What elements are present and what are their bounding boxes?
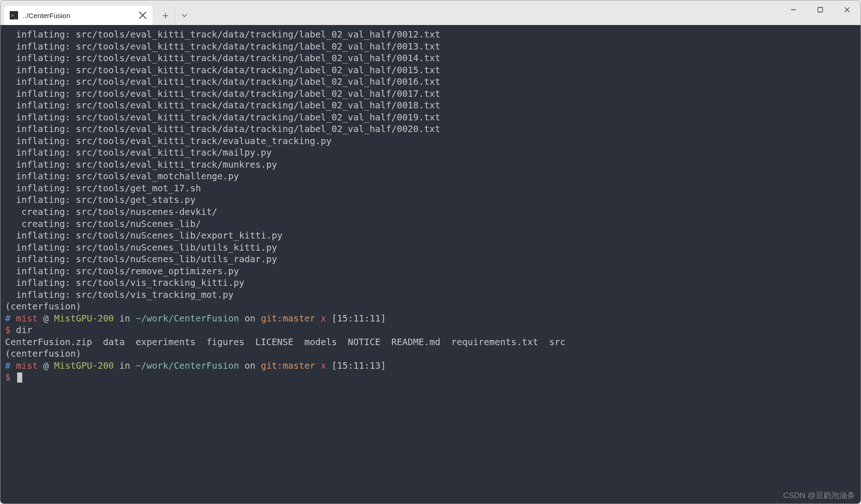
prompt-x: x xyxy=(321,313,326,324)
output-lines: inflating: src/tools/eval_kitti_track/da… xyxy=(5,29,856,301)
new-tab-button[interactable] xyxy=(156,6,175,25)
prompt2-in: in xyxy=(120,360,130,371)
prompt-on: on xyxy=(245,313,255,324)
prompt2-at: @ xyxy=(43,360,49,371)
env-line: (centerfusion) xyxy=(5,301,81,312)
prompt2-git: git:master xyxy=(261,360,315,371)
prompt-at: @ xyxy=(43,313,49,324)
terminal-body[interactable]: inflating: src/tools/eval_kitti_track/da… xyxy=(0,25,861,504)
prompt2-host: MistGPU-200 xyxy=(54,360,114,371)
prompt-path: ~/work/CenterFusion xyxy=(136,313,239,324)
prompt-dollar: $ xyxy=(5,325,11,335)
tab-dropdown-button[interactable] xyxy=(175,6,193,25)
prompt2-time: [15:11:13] xyxy=(332,360,386,371)
cursor xyxy=(17,372,22,383)
svg-rect-0 xyxy=(818,7,823,12)
prompt2-x: x xyxy=(321,360,326,371)
dir-output: CenterFusion.zip data experiments figure… xyxy=(5,337,565,347)
window-controls xyxy=(780,0,861,19)
titlebar: >_ ../CenterFusion xyxy=(0,0,861,25)
prompt-host: MistGPU-200 xyxy=(54,313,114,324)
env-line-2: (centerfusion) xyxy=(5,348,81,359)
minimize-button[interactable] xyxy=(780,0,807,19)
prompt-git: git:master xyxy=(261,313,315,324)
prompt2-on: on xyxy=(245,360,255,371)
tab-title: ../CenterFusion xyxy=(23,12,134,19)
prompt2-dollar: $ xyxy=(5,372,11,383)
prompt2-hash: # xyxy=(5,360,11,371)
command-dir: dir xyxy=(16,325,32,335)
terminal-icon: >_ xyxy=(10,11,18,19)
close-button[interactable] xyxy=(834,0,861,19)
prompt-time: [15:11:11] xyxy=(332,313,386,324)
prompt-in: in xyxy=(120,313,130,324)
prompt2-user: mist xyxy=(16,360,38,371)
prompt-hash: # xyxy=(5,313,11,324)
prompt-user: mist xyxy=(16,313,38,324)
tab-close-button[interactable] xyxy=(139,11,147,19)
watermark: CSDN @豆奶泡油条 xyxy=(783,491,855,501)
tab[interactable]: >_ ../CenterFusion xyxy=(4,6,152,25)
maximize-button[interactable] xyxy=(807,0,834,19)
prompt2-path: ~/work/CenterFusion xyxy=(136,360,239,371)
